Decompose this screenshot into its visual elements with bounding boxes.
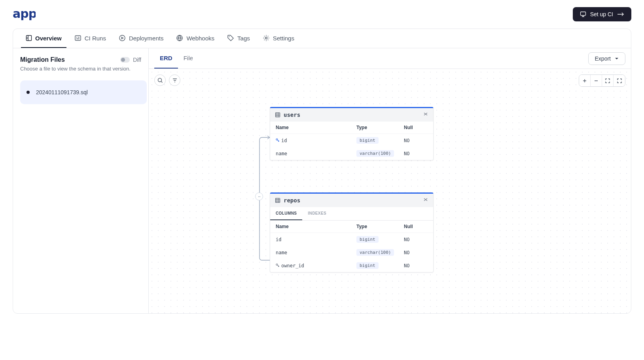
- minus-icon: [594, 78, 599, 83]
- content-header: ERD File Export: [149, 48, 631, 69]
- table-name: repos: [275, 197, 300, 204]
- diff-label: Diff: [133, 57, 141, 63]
- monitor-icon: [580, 11, 586, 17]
- table-row: id bigint NO: [270, 233, 433, 246]
- null-value: NO: [404, 263, 428, 269]
- pk-icon: [276, 138, 280, 142]
- collapse-button[interactable]: [423, 111, 428, 118]
- col-name: id: [276, 237, 356, 242]
- col-name: id: [276, 138, 356, 143]
- collapse-icon: [423, 197, 428, 202]
- plus-icon: [582, 78, 587, 83]
- view-tabs: ERD File: [154, 48, 199, 69]
- tab-overview[interactable]: Overview: [21, 29, 66, 48]
- type-badge: varchar(100): [356, 249, 394, 256]
- table-name: users: [275, 112, 300, 118]
- table-header: users: [270, 108, 433, 122]
- table-repos[interactable]: repos COLUMNS INDEXES Name Type Null: [270, 192, 434, 272]
- search-button[interactable]: [154, 74, 166, 86]
- fullscreen-button[interactable]: [614, 75, 625, 86]
- col-name: name: [276, 250, 356, 255]
- svg-rect-3: [75, 36, 81, 40]
- col-header: Name Type Null: [270, 122, 433, 134]
- sidebar-header: Migration Files Diff: [20, 56, 147, 63]
- zoom-out-button[interactable]: [591, 75, 602, 86]
- svg-rect-9: [276, 113, 280, 117]
- setup-ci-label: Set up CI: [590, 11, 613, 17]
- type-badge: bigint: [356, 137, 379, 144]
- null-value: NO: [404, 250, 428, 255]
- view-tab-file[interactable]: File: [178, 48, 199, 69]
- svg-text:app: app: [13, 8, 36, 20]
- tab-webhooks-label: Webhooks: [186, 35, 214, 42]
- tag-icon: [227, 34, 234, 42]
- tab-ci-runs-label: CI Runs: [85, 35, 106, 42]
- collapse-icon: [423, 111, 428, 117]
- table-users[interactable]: users Name Type Null id bigint: [270, 107, 434, 160]
- filter-button[interactable]: [169, 74, 180, 86]
- tab-tags[interactable]: Tags: [222, 29, 255, 48]
- svg-point-4: [119, 35, 125, 41]
- svg-point-7: [265, 37, 267, 39]
- sidebar: Migration Files Diff Choose a file to vi…: [13, 48, 149, 313]
- zoom-in-button[interactable]: [579, 75, 591, 86]
- export-label: Export: [595, 55, 611, 62]
- type-badge: varchar(100): [356, 150, 394, 157]
- table-icon: [275, 198, 280, 203]
- setup-ci-button[interactable]: Set up CI: [573, 7, 631, 21]
- table-row: name varchar(100) NO: [270, 147, 433, 160]
- play-circle-icon: [119, 34, 126, 42]
- collapse-button[interactable]: [423, 197, 428, 204]
- tab-deployments[interactable]: Deployments: [114, 29, 169, 48]
- sub-tab-columns[interactable]: COLUMNS: [270, 207, 302, 220]
- filter-icon: [172, 78, 178, 83]
- table-row: name varchar(100) NO: [270, 246, 433, 259]
- sub-tab-indexes[interactable]: INDEXES: [302, 207, 332, 220]
- content: ERD File Export: [149, 48, 631, 313]
- main-area: Migration Files Diff Choose a file to vi…: [13, 48, 631, 313]
- svg-point-12: [276, 264, 278, 265]
- col-header: Name Type Null: [270, 221, 433, 233]
- table-row: id bigint NO: [270, 134, 433, 147]
- toggle-switch[interactable]: [120, 57, 130, 63]
- relation-handle[interactable]: ···: [255, 192, 263, 200]
- view-tab-erd[interactable]: ERD: [154, 48, 178, 69]
- tab-deployments-label: Deployments: [129, 35, 164, 42]
- globe-icon: [176, 34, 183, 42]
- gear-icon: [263, 34, 270, 42]
- export-button[interactable]: Export: [588, 52, 625, 65]
- expand-icon: [617, 78, 622, 83]
- fit-button[interactable]: [602, 75, 614, 86]
- fk-icon: [276, 263, 280, 267]
- tab-webhooks[interactable]: Webhooks: [171, 29, 219, 48]
- sidebar-title: Migration Files: [20, 56, 65, 63]
- tab-tags-label: Tags: [237, 35, 250, 42]
- table-sub-tabs: COLUMNS INDEXES: [270, 207, 433, 221]
- erd-canvas[interactable]: ··· users Name Type: [149, 69, 631, 313]
- tab-settings[interactable]: Settings: [258, 29, 299, 48]
- svg-rect-11: [276, 198, 280, 203]
- file-item[interactable]: 20240111091739.sql: [20, 80, 147, 104]
- arrow-right-icon: [617, 12, 624, 17]
- canvas-toolbar-left: [154, 74, 180, 86]
- svg-point-8: [158, 78, 161, 82]
- tab-overview-label: Overview: [35, 35, 62, 42]
- tab-settings-label: Settings: [273, 35, 294, 42]
- col-name: owner_id: [276, 263, 356, 269]
- dashboard-icon: [26, 35, 32, 41]
- app-logo: app: [13, 8, 36, 20]
- diff-toggle[interactable]: Diff: [120, 57, 141, 63]
- svg-rect-1: [580, 12, 585, 15]
- tab-ci-runs[interactable]: CI Runs: [70, 29, 111, 48]
- fit-icon: [605, 78, 610, 83]
- search-icon: [157, 78, 163, 83]
- null-value: NO: [404, 237, 428, 242]
- canvas-toolbar-right: [579, 74, 625, 87]
- sidebar-subtitle: Choose a file to view the schema in that…: [20, 66, 147, 72]
- file-status-dot: [27, 91, 30, 94]
- list-icon: [74, 34, 81, 42]
- table-icon: [275, 112, 280, 118]
- table-row: owner_id bigint NO: [270, 259, 433, 272]
- app-header: app Set up CI: [0, 0, 644, 29]
- file-name: 20240111091739.sql: [36, 89, 88, 95]
